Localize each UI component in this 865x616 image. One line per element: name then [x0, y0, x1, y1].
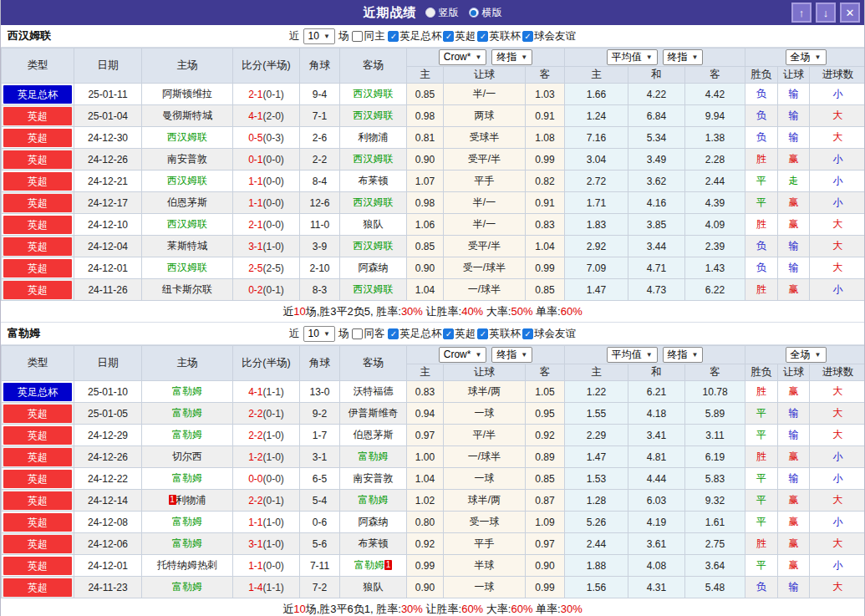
average-select[interactable]: 平均值▼ — [607, 347, 658, 363]
average-select[interactable]: 平均值▼ — [607, 49, 658, 65]
fulltime-select[interactable]: 全场▼ — [786, 49, 827, 65]
home-team-cell: 富勒姆 — [142, 403, 233, 425]
date-cell: 25-01-04 — [74, 105, 142, 127]
bookmaker-select[interactable]: Crow*▼ — [439, 49, 487, 65]
subcol-avg-draw: 和 — [628, 67, 685, 84]
radio-unselected-icon[interactable] — [425, 8, 435, 18]
handicap-result-cell: 输 — [778, 468, 810, 490]
corner-cell: 9-2 — [300, 403, 340, 425]
subcol-handicap-result: 让球 — [778, 364, 810, 381]
league-checkbox[interactable]: ✓英联杯 — [477, 327, 521, 341]
result-cell: 负 — [745, 236, 778, 257]
table-row: 英超 24-12-10 西汉姆联 2-1(0-0) 11-0 狼队 1.06 半… — [2, 214, 865, 236]
radio-vertical-layout[interactable]: 竖版 — [425, 6, 459, 20]
subcol-avg-away: 客 — [685, 67, 745, 84]
date-cell: 24-12-22 — [74, 468, 142, 490]
table-row: 英足总杯 25-01-10 富勒姆 4-1(1-1) 13-0 沃特福德 0.8… — [2, 381, 865, 403]
checkbox-unchecked-icon[interactable] — [352, 328, 363, 339]
score-cell: 0-2(0-1) — [233, 279, 300, 301]
chevron-down-icon: ▼ — [646, 51, 653, 64]
table-row: 英超 24-12-01 托特纳姆热刺 1-1(0-0) 7-11 富勒姆1 0.… — [2, 555, 865, 577]
avg-away-cell: 10.78 — [685, 381, 745, 403]
checkbox-checked-icon[interactable]: ✓ — [443, 31, 454, 42]
handicap-cell: 平/半 — [444, 425, 526, 446]
league-cell: 英足总杯 — [2, 84, 74, 105]
handicap-cell: 受平/半 — [444, 149, 526, 171]
odds-home-cell: 0.90 — [407, 257, 444, 279]
handicap-result-cell: 走 — [778, 171, 810, 192]
score-cell: 3-1(1-0) — [233, 236, 300, 257]
match-count-select[interactable]: 10▼ — [303, 28, 335, 44]
league-checkbox[interactable]: ✓球会友谊 — [522, 327, 576, 341]
avg-away-cell: 3.64 — [685, 555, 745, 577]
checkbox-checked-icon[interactable]: ✓ — [443, 328, 454, 339]
radio-horizontal-label: 横版 — [482, 6, 502, 20]
goals-result-cell: 大 — [810, 533, 865, 555]
avg-stage-select[interactable]: 终指▼ — [663, 347, 704, 363]
goals-result-cell: 大 — [810, 381, 865, 403]
subcol-odds-home: 主 — [407, 364, 444, 381]
corner-cell: 5-4 — [300, 490, 340, 512]
avg-stage-select[interactable]: 终指▼ — [663, 49, 704, 65]
checkbox-checked-icon[interactable]: ✓ — [522, 328, 533, 339]
league-checkbox[interactable]: ✓球会友谊 — [522, 29, 576, 43]
league-badge: 英超 — [3, 281, 72, 299]
odds-stage-select[interactable]: 终指▼ — [491, 347, 532, 363]
col-score: 比分(半场) — [233, 346, 300, 381]
checkbox-checked-icon[interactable]: ✓ — [388, 328, 399, 339]
league-badge: 英超 — [3, 172, 72, 191]
league-checkbox[interactable]: ✓英超 — [443, 29, 476, 43]
radio-horizontal-layout[interactable]: 横版 — [469, 6, 502, 20]
move-down-button[interactable]: ↓ — [816, 3, 836, 23]
avg-home-cell: 1.47 — [565, 446, 628, 468]
avg-draw-cell: 3.44 — [628, 236, 685, 257]
handicap-result-cell: 输 — [778, 236, 810, 257]
subcol-handicap: 让球 — [444, 364, 526, 381]
subcol-avg-draw: 和 — [628, 364, 685, 381]
home-team-cell: 西汉姆联 — [142, 171, 233, 192]
checkbox-checked-icon[interactable]: ✓ — [522, 31, 533, 42]
table-row: 英超 24-12-22 富勒姆 0-0(0-0) 6-5 南安普敦 1.04 一… — [2, 468, 865, 490]
handicap-cell: 一/球半 — [444, 446, 526, 468]
odds-stage-select[interactable]: 终指▼ — [491, 49, 532, 65]
avg-draw-cell: 3.49 — [628, 149, 685, 171]
avg-away-cell: 1.43 — [685, 257, 745, 279]
move-up-button[interactable]: ↑ — [791, 3, 812, 23]
away-team-cell: 西汉姆联 — [340, 236, 407, 257]
league-cell: 英超 — [2, 171, 74, 192]
checkbox-checked-icon[interactable]: ✓ — [388, 31, 399, 42]
date-cell: 24-12-04 — [74, 236, 142, 257]
table-row: 英超 25-01-05 富勒姆 2-2(0-1) 9-2 伊普斯维奇 0.94 … — [2, 403, 865, 425]
result-cell: 负 — [745, 257, 778, 279]
league-checkbox[interactable]: ✓英超 — [443, 327, 476, 341]
league-checkbox[interactable]: ✓英足总杯 — [388, 29, 441, 43]
layout-radio-group: 竖版 横版 — [425, 6, 502, 20]
avg-draw-cell: 4.81 — [628, 446, 685, 468]
bookmaker-select[interactable]: Crow*▼ — [439, 347, 487, 363]
away-team-cell: 阿森纳 — [340, 512, 407, 533]
date-cell: 24-12-14 — [74, 490, 142, 512]
match-count-select[interactable]: 10▼ — [303, 326, 335, 342]
close-button[interactable]: ✕ — [840, 3, 860, 23]
handicap-cell: 受球半 — [444, 127, 526, 149]
same-venue-checkbox[interactable]: 同主 — [352, 29, 384, 43]
away-team-cell: 狼队 — [340, 577, 407, 598]
same-venue-checkbox[interactable]: 同客 — [352, 327, 384, 341]
avg-home-cell: 1.24 — [565, 105, 628, 127]
section-filter-row: 西汉姆联 近 10▼ 场 同主 ✓英足总杯✓英超✓英联杯✓球会友谊 — [1, 25, 864, 48]
avg-away-cell: 5.89 — [685, 403, 745, 425]
league-checkbox[interactable]: ✓英联杯 — [477, 29, 521, 43]
checkbox-checked-icon[interactable]: ✓ — [477, 31, 488, 42]
subcol-goals: 进球数 — [810, 364, 865, 381]
avg-home-cell: 2.29 — [565, 425, 628, 446]
radio-selected-icon[interactable] — [469, 8, 479, 18]
league-badge: 英超 — [3, 216, 72, 234]
odds-away-cell: 0.83 — [526, 214, 565, 236]
fulltime-select[interactable]: 全场▼ — [786, 347, 827, 363]
league-checkbox[interactable]: ✓英足总杯 — [388, 327, 441, 341]
checkbox-checked-icon[interactable]: ✓ — [477, 328, 488, 339]
odds-home-cell: 1.07 — [407, 171, 444, 192]
home-team-cell: 富勒姆 — [142, 512, 233, 533]
checkbox-unchecked-icon[interactable] — [352, 31, 363, 42]
odds-away-cell: 0.97 — [526, 533, 565, 555]
